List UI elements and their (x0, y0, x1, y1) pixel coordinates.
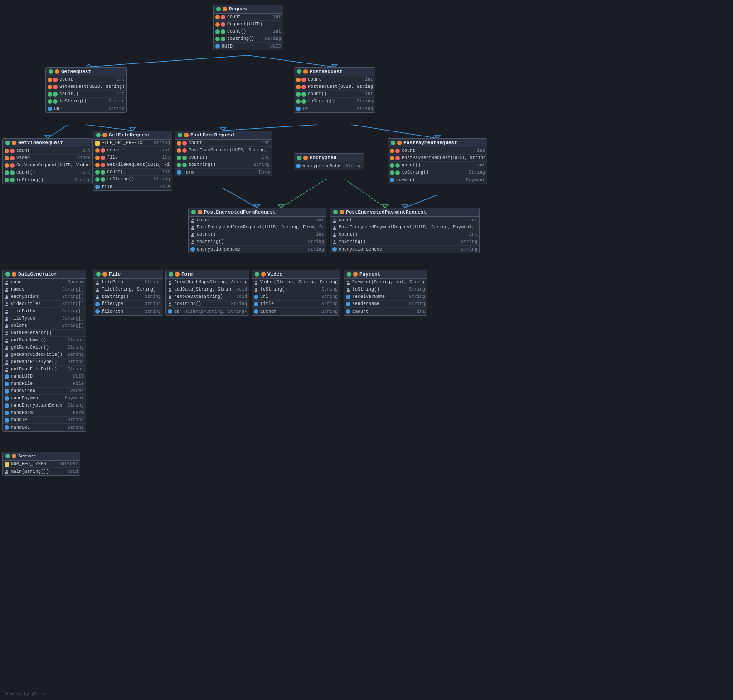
class-row-postencryptedpaymentrequest-4: encryptionSchemeString (330, 246, 479, 253)
svg-rect-23 (191, 228, 194, 230)
svg-line-10 (351, 125, 437, 138)
class-header-server: Server (3, 452, 80, 461)
svg-point-44 (6, 310, 8, 311)
class-form[interactable]: Form Form(HashMap<String, String>) addDa… (165, 270, 249, 316)
class-row-video-1: toString()String (252, 286, 340, 293)
class-getrequest[interactable]: GetRequestcountintGetRequest(UUID, Strin… (45, 67, 127, 113)
class-title-request: Request (229, 6, 250, 12)
class-title-getfilerequest: GetFileRequest (109, 132, 150, 138)
class-row-postencryptedformrequest-1: PostEncryptedFormRequest(UUID, String, F… (189, 224, 326, 231)
class-title-postpaymentrequest: PostPaymentRequest (403, 140, 457, 146)
class-row-postpaymentrequest-0: countint (388, 147, 487, 155)
svg-rect-47 (5, 319, 8, 321)
class-row-getvideorequest-0: countint (3, 147, 92, 155)
svg-line-16 (281, 179, 326, 208)
class-header-postencryptedformrequest: PostEncryptedFormRequest (189, 208, 326, 217)
class-row-request-0: countint (214, 14, 283, 21)
svg-point-38 (6, 288, 8, 290)
class-header-encrypted: Encrypted (294, 154, 364, 162)
svg-point-32 (334, 233, 335, 235)
svg-line-6 (86, 125, 132, 131)
class-row-request-4: UUIDUUID (214, 43, 283, 50)
svg-point-72 (169, 295, 171, 297)
svg-rect-63 (96, 283, 99, 285)
svg-rect-65 (96, 290, 99, 292)
svg-rect-69 (169, 283, 171, 285)
class-row-request-1: Request(UUID) (214, 21, 283, 28)
svg-rect-43 (5, 305, 8, 306)
class-row-postrequest-3: toString()String (294, 98, 375, 105)
class-row-datagenerator-13: randUUIDUUID (3, 373, 86, 380)
class-row-getfilerequest-0: FILE_URL_PREFIXString (93, 140, 172, 147)
class-title-encrypted: Encrypted (310, 155, 336, 160)
class-row-payment-4: amountint (344, 308, 427, 315)
svg-line-8 (223, 125, 317, 131)
class-header-getrequest: GetRequest (46, 68, 126, 76)
class-file[interactable]: File filePathString File(String, String)… (93, 270, 163, 316)
class-row-postencryptedpaymentrequest-0: countint (330, 217, 479, 224)
svg-line-14 (405, 195, 437, 208)
class-title-payment: Payment (359, 272, 380, 277)
class-row-datagenerator-18: randFormForm (3, 409, 86, 417)
class-row-form-2: removeData(String)void (166, 293, 249, 301)
svg-point-30 (334, 226, 335, 228)
class-title-getrequest: GetRequest (61, 69, 91, 74)
svg-line-18 (345, 179, 385, 208)
svg-point-50 (6, 331, 8, 333)
class-title-file: File (109, 272, 121, 277)
svg-point-58 (6, 360, 8, 362)
svg-point-40 (6, 295, 8, 297)
class-row-postencryptedpaymentrequest-1: PostEncryptedPaymentRequest(UUID, String… (330, 224, 479, 231)
svg-rect-33 (333, 235, 336, 237)
svg-point-36 (6, 281, 8, 282)
class-postencryptedpaymentrequest[interactable]: PostEncryptedPaymentRequest countint Pos… (330, 208, 480, 253)
svg-rect-67 (96, 297, 99, 299)
class-row-getvideorequest-4: toString()String (3, 176, 92, 184)
class-postpaymentrequest[interactable]: PostPaymentRequestcountintPostPaymentReq… (388, 138, 487, 184)
class-postrequest[interactable]: PostRequestcountintPostRequest(UUID, Str… (294, 67, 375, 113)
class-row-datagenerator-1: namesString[] (3, 286, 86, 293)
class-row-payment-3: senderNameString (344, 301, 427, 308)
svg-rect-57 (5, 355, 8, 357)
svg-rect-83 (347, 290, 350, 292)
class-row-datagenerator-20: randURLString (3, 424, 86, 431)
svg-point-80 (347, 281, 349, 282)
svg-point-48 (6, 324, 8, 326)
svg-rect-27 (191, 243, 194, 244)
class-payment[interactable]: Payment Payment(String, int, String) toS… (344, 270, 427, 316)
class-postencryptedformrequest[interactable]: PostEncryptedFormRequest countint PostEn… (188, 208, 326, 253)
class-row-postrequest-4: IPString (294, 105, 375, 112)
class-row-server-1: main(String[])void (3, 468, 80, 475)
class-header-request: Request (214, 5, 283, 14)
svg-rect-41 (5, 297, 8, 299)
class-getfilerequest[interactable]: GetFileRequestFILE_URL_PREFIXStringcount… (93, 131, 172, 191)
class-row-datagenerator-10: getRandVideoTitle()String (3, 351, 86, 359)
class-row-file-3: fileTypeString (93, 301, 163, 308)
class-row-datagenerator-8: getRandName()String (3, 337, 86, 344)
class-row-request-3: toString()String (214, 35, 283, 43)
class-row-form-3: toString()String (166, 301, 249, 308)
class-encrypted[interactable]: EncryptedencryptionSchemeString (294, 153, 364, 170)
class-header-form: Form (166, 270, 249, 279)
svg-rect-59 (5, 363, 8, 365)
class-row-postrequest-1: PostRequest(UUID, String) (294, 83, 375, 91)
class-server[interactable]: ServerNUM_REQ_TYPESInteger main(String[]… (2, 452, 80, 476)
svg-point-78 (255, 288, 257, 290)
svg-point-66 (97, 295, 98, 297)
class-postformrequest[interactable]: PostFormRequestcountintPostFormRequest(U… (175, 131, 272, 176)
class-video[interactable]: Video Video(String, String, String) toSt… (252, 270, 340, 316)
svg-point-20 (192, 219, 194, 220)
class-row-datagenerator-5: fileTypesString[] (3, 315, 86, 322)
class-getvideorequest[interactable]: GetVideoRequestcountintvideoVideoGetVide… (2, 138, 93, 184)
svg-rect-55 (5, 348, 8, 350)
class-row-datagenerator-16: randPaymentPayment (3, 395, 86, 402)
class-row-video-0: Video(String, String, String) (252, 279, 340, 286)
class-row-file-1: File(String, String) (93, 286, 163, 293)
class-datagenerator[interactable]: DataGenerator randRandom namesString[] e… (2, 270, 86, 432)
svg-point-56 (6, 353, 8, 355)
class-request[interactable]: RequestcountintRequest(UUID)count()intto… (213, 5, 283, 50)
svg-line-12 (223, 188, 257, 208)
class-header-video: Video (252, 270, 340, 279)
class-row-postencryptedformrequest-4: encryptionSchemeString (189, 246, 326, 253)
class-row-postencryptedformrequest-0: countint (189, 217, 326, 224)
